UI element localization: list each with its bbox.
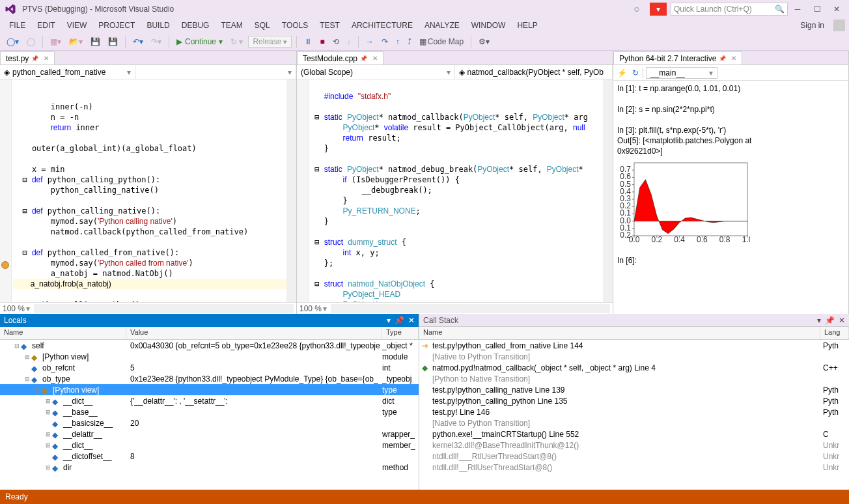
locals-row[interactable]: ◆__dictoffset__8 [0, 451, 419, 462]
callstack-row[interactable]: ◆natmod.pyd!natmod_callback(_object * se… [419, 362, 849, 373]
show-next-button[interactable]: ↓ [344, 36, 354, 48]
tab-testmodule-cpp[interactable]: TestModule.cpp 📌 ✕ [297, 51, 383, 64]
run-to-cursor-button[interactable]: ⤴ [405, 36, 414, 48]
menu-test[interactable]: TEST [314, 20, 345, 31]
tab-interactive[interactable]: Python 64-bit 2.7 Interactive 📌 ✕ [613, 51, 742, 64]
callstack-row[interactable]: ntdll.dll!___RtlUserThreadStart@8()Unkr [419, 451, 849, 462]
quick-launch-input[interactable]: Quick Launch (Ctrl+Q) 🔍 [671, 3, 788, 16]
nav-fwd-button[interactable]: ◯ [24, 36, 38, 48]
callstack-row[interactable]: test.py!python_calling_native Line 139Py… [419, 384, 849, 395]
callstack-row[interactable]: ➜test.py!python_called_from_native Line … [419, 340, 849, 351]
minimize-button[interactable]: ─ [788, 5, 807, 14]
locals-row[interactable]: ⊞◆[Python view]module [0, 351, 419, 362]
locals-row[interactable]: ⊞◆dirmethod [0, 462, 419, 473]
col-value[interactable]: Value [126, 327, 382, 339]
menu-debug[interactable]: DEBUG [176, 20, 215, 31]
callstack-panel-title[interactable]: Call Stack ▾📌✕ [419, 314, 849, 327]
scrollbar-vertical[interactable] [286, 79, 296, 302]
feedback-smiley-icon[interactable]: ☺ [633, 5, 646, 14]
close-tab-icon[interactable]: ✕ [731, 55, 736, 62]
locals-row[interactable]: ⊞◆__base__type [0, 406, 419, 417]
menu-edit[interactable]: EDIT [32, 20, 60, 31]
menu-help[interactable]: HELP [512, 20, 542, 31]
locals-row[interactable]: ◆ob_refcnt5int [0, 362, 419, 373]
step-into-button[interactable]: → [363, 36, 376, 48]
callstack-row[interactable]: ntdll.dll!__RtlUserThreadStart@8()Unkr [419, 462, 849, 473]
undo-button[interactable]: ↶▾ [130, 36, 146, 48]
pin-icon[interactable]: 📌 [395, 316, 404, 325]
new-item-button[interactable]: ▦▾ [48, 36, 64, 48]
close-tab-icon[interactable]: ✕ [372, 55, 378, 62]
locals-row[interactable]: ⊟◆ob_type0x1e23ee28 {python33.dll!_typeo… [0, 373, 419, 384]
close-panel-icon[interactable]: ✕ [839, 316, 845, 325]
pin-icon[interactable]: 📌 [360, 55, 367, 62]
close-tab-icon[interactable]: ✕ [44, 55, 49, 62]
config-dropdown[interactable]: Release ▾ [248, 36, 292, 48]
locals-row[interactable]: ⊟◆self0x00a43030 {ob_refcnt=5 ob_type=0x… [0, 340, 419, 351]
menu-project[interactable]: PROJECT [93, 20, 140, 31]
save-all-button[interactable]: 💾 [105, 36, 120, 48]
pin-icon[interactable]: 📌 [31, 55, 38, 62]
user-avatar-icon[interactable] [833, 20, 845, 31]
interrupt-button[interactable]: ⚡ [616, 67, 628, 79]
dropdown-icon[interactable]: ▾ [817, 316, 821, 325]
member-dropdown-left[interactable]: ◈ python_called_from_native ▾ [0, 65, 135, 79]
callstack-row[interactable]: test.py! Line 146Pyth [419, 406, 849, 417]
continue-button[interactable]: ▶Continue ▾ [174, 36, 225, 48]
dropdown-icon[interactable]: ▾ [387, 316, 391, 325]
locals-body[interactable]: ⊟◆self0x00a43030 {ob_refcnt=5 ob_type=0x… [0, 340, 419, 490]
zoom-level[interactable]: 100 % [3, 304, 25, 313]
menu-sql[interactable]: SQL [249, 20, 275, 31]
close-panel-icon[interactable]: ✕ [408, 316, 415, 325]
menu-analyze[interactable]: ANALYZE [419, 20, 465, 31]
member-dropdown-mid[interactable]: ◈ natmod_callback(PyObject * self, PyOb [455, 65, 613, 79]
menu-team[interactable]: TEAM [216, 20, 247, 31]
callstack-row[interactable]: [Python to Native Transition] [419, 373, 849, 384]
locals-row[interactable]: ◆__basicsize__20 [0, 417, 419, 428]
scope-dropdown-mid[interactable]: (Global Scope) ▾ [297, 65, 455, 79]
locals-panel-title[interactable]: Locals ▾📌✕ [0, 314, 419, 327]
open-button[interactable]: 📂▾ [66, 36, 85, 48]
callstack-row[interactable]: [Native to Python Transition] [419, 351, 849, 362]
menu-architecture[interactable]: ARCHITECTURE [346, 20, 418, 31]
locals-row[interactable]: ⊞◆__delattr__wrapper_ [0, 428, 419, 440]
zoom-level[interactable]: 100 % [299, 304, 322, 313]
callstack-body[interactable]: ➜test.py!python_called_from_native Line … [419, 340, 849, 490]
interactive-repl[interactable]: In [1]: t = np.arange(0.0, 1.01, 0.01) I… [613, 81, 848, 314]
scrollbar-horizontal[interactable] [34, 304, 294, 313]
callstack-row[interactable]: python.exe!__tmainCRTStartup() Line 552C [419, 428, 849, 440]
callstack-row[interactable]: kernel32.dll!@BaseThreadInitThunk@12()Un… [419, 440, 849, 451]
maximize-button[interactable]: ☐ [807, 5, 827, 14]
col-type[interactable]: Type [382, 327, 419, 339]
sign-in-link[interactable]: Sign in [795, 20, 829, 31]
close-button[interactable]: ✕ [827, 5, 846, 14]
restart-button[interactable]: ↻ ▾ [228, 36, 245, 48]
code-editor-left[interactable]: inner(-n) n = -n return inner outer(a_gl… [0, 79, 286, 302]
notification-flag-icon[interactable]: ▾ [650, 3, 667, 16]
save-button[interactable]: 💾 [88, 36, 103, 48]
locals-row[interactable]: ⊞◆__dict__member_ [0, 440, 419, 451]
redo-button[interactable]: ↷▾ [148, 36, 164, 48]
locals-row[interactable]: ⊟◆[Python view]type [0, 384, 419, 395]
scrollbar-vertical[interactable] [603, 79, 613, 302]
callstack-row[interactable]: [Native to Python Transition] [419, 417, 849, 428]
scrollbar-horizontal[interactable] [331, 304, 610, 313]
menu-tools[interactable]: TOOLS [277, 20, 313, 31]
menu-view[interactable]: VIEW [62, 20, 92, 31]
pin-icon[interactable]: 📌 [825, 316, 835, 325]
break-all-button[interactable]: ⏸ [301, 36, 314, 48]
col-name[interactable]: Name [419, 327, 820, 339]
reset-button[interactable]: ↻ [631, 67, 640, 79]
locals-row[interactable]: ⊞◆__dict__{'__delattr__': , '__setattr__… [0, 395, 419, 406]
tab-test-py[interactable]: test.py 📌 ✕ [0, 51, 55, 64]
codemap-button[interactable]: ▦ Code Map [417, 36, 466, 48]
col-name[interactable]: Name [0, 327, 126, 339]
misc-button[interactable]: ⚙▾ [476, 36, 492, 48]
scope-dropdown-left[interactable]: ▾ [135, 65, 296, 79]
menu-window[interactable]: WINDOW [466, 20, 511, 31]
step-over-button[interactable]: ↷ [379, 36, 391, 48]
pin-icon[interactable]: 📌 [719, 55, 726, 62]
callstack-row[interactable]: test.py!python_calling_python Line 135Py… [419, 395, 849, 406]
col-lang[interactable]: Lang [820, 327, 849, 339]
scope-selector[interactable]: __main__▾ [646, 67, 717, 79]
